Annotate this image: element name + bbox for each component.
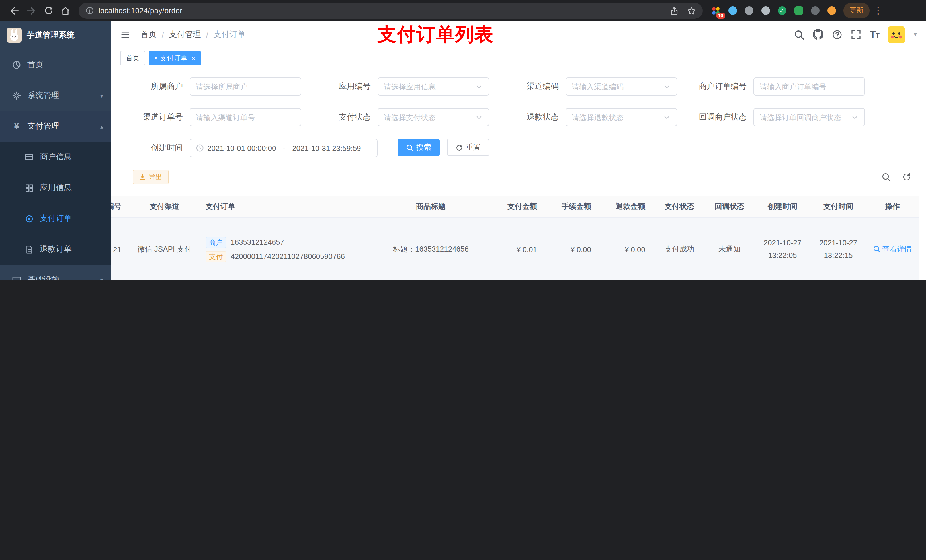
share-icon[interactable] — [670, 6, 679, 15]
col-header-refund-amount: 退款金额 — [600, 196, 654, 217]
cell-pay-order: 商户 1635312124657 支付 42000011742021102780… — [199, 217, 369, 280]
bookmark-star-icon[interactable] — [687, 6, 696, 15]
chevron-up-icon: ▴ — [100, 123, 103, 130]
channel-code-input[interactable] — [572, 82, 663, 91]
url-text[interactable]: localhost:1024/pay/order — [98, 6, 182, 15]
chat-extension-icon[interactable] — [793, 5, 803, 16]
circle-extension-icon[interactable] — [760, 5, 770, 16]
gray-extension-icon[interactable] — [744, 5, 754, 16]
site-info-icon[interactable] — [85, 6, 94, 15]
col-header-actions: 操作 — [866, 196, 918, 217]
notify-status-select[interactable] — [754, 108, 865, 126]
date-range-separator: - — [283, 144, 285, 152]
browser-update-button[interactable]: 更新 — [843, 3, 870, 18]
browser-menu-icon[interactable]: ⋮ — [870, 2, 887, 19]
extensions-cluster: 10 ✓ — [711, 5, 837, 16]
breadcrumb-pay-management[interactable]: 支付管理 — [169, 29, 201, 39]
fullscreen-icon[interactable] — [851, 29, 861, 39]
view-detail-link[interactable]: 查看详情 — [873, 244, 912, 254]
reset-button[interactable]: 重置 — [447, 139, 489, 156]
channel-code-select[interactable] — [566, 77, 677, 96]
refund-status-input[interactable] — [572, 113, 663, 122]
close-icon[interactable]: × — [191, 54, 196, 62]
channel-order-no-input[interactable] — [196, 113, 295, 122]
sidebar-item-merchant-info[interactable]: 商户信息 — [0, 142, 111, 172]
browser-back-icon[interactable] — [6, 2, 23, 19]
browser-reload-icon[interactable] — [40, 2, 57, 19]
active-dot-icon: ● — [154, 56, 157, 60]
filter-notify-status: 回调商户状态 — [690, 108, 865, 126]
chevron-down-icon: ▾ — [100, 277, 103, 280]
check-extension-icon[interactable]: ✓ — [777, 5, 787, 16]
avatar-dropdown-caret-icon[interactable]: ▾ — [914, 31, 917, 38]
sidebar-item-home[interactable]: 首页 — [0, 50, 111, 80]
pin-extension-icon[interactable] — [810, 5, 820, 16]
create-time-range-picker[interactable]: 2021-10-01 00:00:00 - 2021-10-31 23:59:5… — [190, 139, 378, 157]
profile-avatar-icon[interactable] — [826, 5, 837, 16]
tab-home[interactable]: 首页 — [120, 51, 145, 65]
pay-order-line: 支付 4200001174202110278060590766 — [206, 251, 366, 262]
pay-tag: 支付 — [206, 251, 226, 262]
notify-status-input[interactable] — [760, 113, 851, 122]
tab-pay-order[interactable]: ● 支付订单 × — [149, 51, 201, 65]
drop-extension-icon[interactable] — [727, 5, 737, 16]
document-icon — [24, 245, 34, 254]
address-bar[interactable]: localhost:1024/pay/order — [79, 3, 703, 18]
pay-status-input[interactable] — [384, 113, 475, 122]
monitor-icon — [11, 275, 22, 280]
cell-pay-channel: 微信 JSAPI 支付 — [130, 217, 199, 280]
merchant-order-no-field[interactable] — [754, 77, 865, 96]
sidebar-item-label: 商户信息 — [40, 152, 72, 162]
tab-label: 首页 — [126, 53, 139, 63]
collapse-menu-icon[interactable] — [120, 29, 130, 39]
sidebar-item-label: 支付订单 — [40, 213, 72, 223]
app-select[interactable] — [378, 77, 489, 96]
toolbar-search-icon[interactable] — [882, 172, 891, 181]
help-icon[interactable] — [832, 29, 843, 39]
font-size-icon[interactable]: TT — [870, 30, 879, 39]
merchant-order-no-input[interactable] — [760, 82, 859, 91]
app-select-input[interactable] — [384, 82, 475, 91]
github-icon[interactable] — [813, 29, 824, 40]
filter-app: 应用编号 — [314, 77, 489, 96]
sidebar-item-system[interactable]: 系统管理 ▾ — [0, 80, 111, 111]
credit-card-icon — [24, 152, 34, 162]
search-icon[interactable] — [794, 29, 804, 39]
cell-notify-status: 未通知 — [705, 217, 755, 280]
sidebar-item-payment[interactable]: ¥ 支付管理 ▴ — [0, 111, 111, 142]
app-header: 首页 / 支付管理 / 支付订单 支付订单列表 TT ▾ — [111, 21, 926, 48]
filter-label: 创建时间 — [126, 143, 190, 153]
reset-button-label: 重置 — [466, 142, 481, 152]
pay-status-select[interactable] — [378, 108, 489, 126]
search-button-label: 搜索 — [416, 142, 431, 152]
channel-order-no-field[interactable] — [190, 108, 301, 126]
palette-extension-icon[interactable]: 10 — [711, 5, 721, 16]
merchant-input[interactable] — [196, 82, 295, 91]
filter-label: 所属商户 — [126, 82, 190, 92]
search-button[interactable]: 搜索 — [398, 139, 440, 156]
tag-view-bar: 首页 ● 支付订单 × — [111, 48, 926, 68]
view-detail-label: 查看详情 — [882, 244, 912, 254]
export-button[interactable]: 导出 — [133, 170, 169, 184]
chevron-down-icon — [663, 83, 671, 91]
toolbar-refresh-icon[interactable] — [902, 172, 911, 181]
refund-status-select[interactable] — [566, 108, 677, 126]
merchant-select[interactable] — [190, 77, 301, 96]
chevron-down-icon — [663, 113, 671, 121]
breadcrumb-separator: / — [206, 30, 209, 39]
sidebar-logo: 芋道管理系统 — [0, 21, 111, 50]
col-header-title: 商品标题 — [369, 196, 492, 217]
browser-home-icon[interactable] — [57, 2, 74, 19]
sidebar-item-label: 系统管理 — [27, 91, 59, 101]
pay-order-no: 4200001174202110278060590766 — [231, 252, 345, 261]
sidebar-item-app-info[interactable]: 应用信息 — [0, 172, 111, 203]
chevron-down-icon: ▾ — [100, 92, 103, 99]
sidebar-item-refund-order[interactable]: 退款订单 — [0, 234, 111, 265]
sidebar-item-pay-order[interactable]: 支付订单 — [0, 203, 111, 234]
browser-forward-icon[interactable] — [23, 2, 40, 19]
sidebar-item-infrastructure[interactable]: 基础设施 ▾ — [0, 265, 111, 280]
avatar[interactable] — [888, 26, 905, 43]
tab-label: 支付订单 — [160, 53, 188, 63]
col-header-pay-status: 支付状态 — [654, 196, 705, 217]
breadcrumb-home[interactable]: 首页 — [141, 29, 157, 39]
